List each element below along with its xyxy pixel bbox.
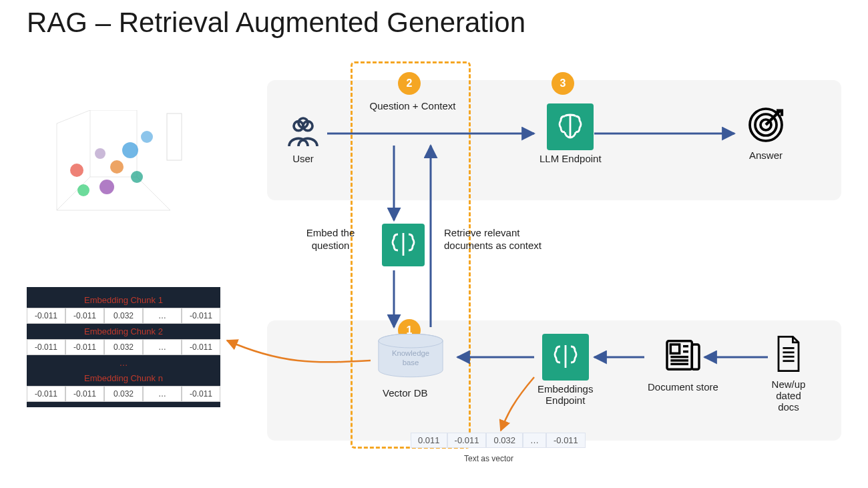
svg-rect-40: [167, 113, 182, 160]
cell: …: [523, 433, 546, 448]
embed-question-node: [382, 224, 425, 266]
badge-2: 2: [398, 72, 421, 95]
svg-rect-13: [670, 344, 679, 353]
answer-label: Answer: [744, 150, 787, 161]
cell: -0.011: [546, 433, 586, 448]
cell: 0.011: [411, 433, 447, 448]
svg-point-35: [122, 142, 138, 158]
table-row: -0.011 -0.011 0.032 … -0.011: [27, 308, 220, 324]
cell: -0.011: [182, 308, 220, 324]
cell: …: [143, 386, 182, 402]
svg-line-27: [57, 110, 90, 124]
table-row-title: Embedding Chunk 1: [27, 292, 220, 308]
table-row-title: Embedding Chunk 2: [27, 324, 220, 339]
table-row-title: …: [27, 355, 220, 371]
embed-question-label: Embed the question: [294, 227, 367, 252]
document-store-node: Document store: [648, 334, 718, 393]
cell: 0.032: [104, 386, 143, 402]
table-row: -0.011 -0.011 0.032 … -0.011: [27, 339, 220, 355]
question-context-label: Question + Context: [366, 100, 459, 113]
document-icon: [771, 334, 806, 374]
svg-rect-12: [692, 344, 699, 369]
cell: -0.011: [65, 339, 104, 355]
text-as-vector-table: 0.011 -0.011 0.032 … -0.011: [411, 433, 586, 448]
cell: -0.011: [182, 386, 220, 402]
svg-point-37: [131, 171, 143, 183]
badge-3: 3: [552, 72, 574, 95]
user-node: User: [284, 113, 322, 164]
cell: …: [143, 339, 182, 355]
svg-point-38: [95, 148, 105, 159]
page-title: RAG – Retrieval Augmented Generation: [27, 7, 525, 39]
cell: 0.032: [104, 339, 143, 355]
brain-icon: [542, 334, 589, 381]
svg-text:Knowledge: Knowledge: [392, 349, 429, 357]
cell: -0.011: [27, 386, 65, 402]
svg-point-36: [110, 160, 124, 174]
cell: -0.011: [65, 308, 104, 324]
scatter-3d-plot: [37, 110, 184, 230]
svg-line-26: [137, 177, 170, 210]
brain-icon: [382, 224, 425, 266]
new-docs-node: New/up dated docs: [771, 334, 806, 413]
brain-icon: [547, 103, 594, 150]
text-as-vector-label: Text as vector: [464, 454, 513, 463]
cell: -0.011: [27, 308, 65, 324]
embeddings-endpoint-label: Embeddings Endpoint: [537, 383, 593, 406]
embedding-chunks-table: Embedding Chunk 1 -0.011 -0.011 0.032 … …: [27, 287, 220, 407]
svg-point-39: [141, 131, 153, 143]
cell: -0.011: [65, 386, 104, 402]
table-row-title: Embedding Chunk n: [27, 371, 220, 386]
users-icon: [284, 113, 322, 151]
llm-endpoint-node: LLM Endpoint: [539, 103, 602, 164]
svg-point-32: [77, 184, 89, 196]
target-icon: [744, 103, 787, 146]
answer-node: Answer: [744, 103, 787, 161]
llm-label: LLM Endpoint: [539, 153, 602, 164]
cell: 0.032: [486, 433, 523, 448]
user-label: User: [284, 153, 322, 164]
cell: 0.032: [104, 308, 143, 324]
table-row: -0.011 -0.011 0.032 … -0.011: [27, 386, 220, 402]
vector-db-label: Vector DB: [383, 387, 428, 400]
cell: -0.011: [182, 339, 220, 355]
svg-text:base: base: [403, 358, 419, 367]
svg-point-34: [99, 180, 114, 194]
database-icon: Knowledge base: [371, 334, 451, 381]
newspaper-icon: [662, 334, 704, 377]
cell: …: [143, 308, 182, 324]
document-store-label: Document store: [648, 381, 718, 393]
cell: -0.011: [27, 339, 65, 355]
retrieve-label: Retrieve relevant documents as context: [444, 227, 558, 252]
cell: -0.011: [447, 433, 487, 448]
svg-point-33: [70, 164, 83, 177]
embeddings-endpoint-node: Embeddings Endpoint: [537, 334, 593, 406]
new-docs-label: New/up dated docs: [771, 379, 806, 413]
